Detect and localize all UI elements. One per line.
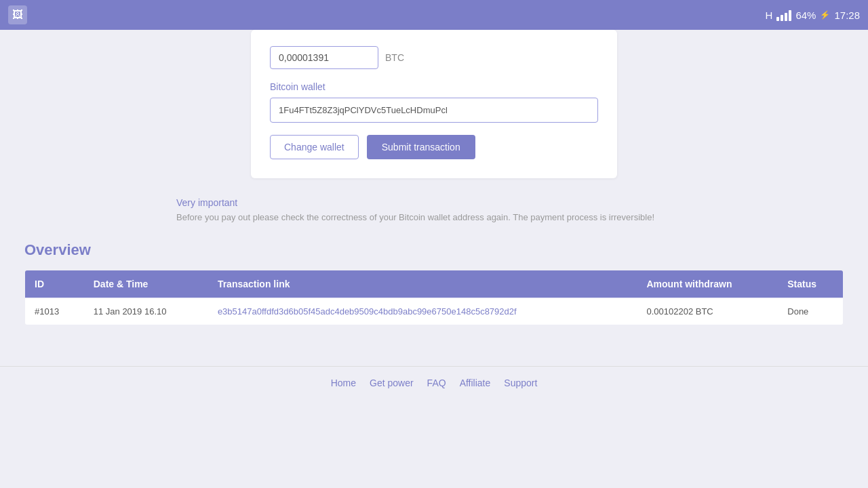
cell-id: #1013 xyxy=(25,298,84,325)
important-text: Before you pay out please check the corr… xyxy=(176,212,692,222)
signal-letter: H xyxy=(766,9,773,21)
important-title: Very important xyxy=(176,197,692,208)
footer-link[interactable]: Support xyxy=(504,378,537,388)
col-header-id: ID xyxy=(25,270,84,298)
button-row: Change wallet Submit transaction xyxy=(270,135,598,159)
amount-currency-label: BTC xyxy=(385,52,404,63)
submit-transaction-button[interactable]: Submit transaction xyxy=(367,135,475,159)
table-header-row: ID Date & Time Transaction link Amount w… xyxy=(25,270,844,298)
battery-percent: 64% xyxy=(795,9,816,21)
cell-status: Done xyxy=(778,298,843,325)
footer-link[interactable]: Affiliate xyxy=(460,378,491,388)
col-header-amount: Amount withdrawn xyxy=(637,270,778,298)
overview-section: Overview ID Date & Time Transaction link… xyxy=(0,241,868,325)
col-header-tx-link: Transaction link xyxy=(208,270,637,298)
payment-card: BTC Bitcoin wallet Change wallet Submit … xyxy=(251,30,617,178)
amount-row: BTC xyxy=(270,46,598,69)
app-icon: 🖼 xyxy=(8,5,27,24)
signal-bars-icon xyxy=(776,9,791,21)
transactions-table: ID Date & Time Transaction link Amount w… xyxy=(24,270,844,325)
clock: 17:28 xyxy=(834,9,860,21)
cell-tx-link[interactable]: e3b5147a0ffdfd3d6b05f45adc4deb9509c4bdb9… xyxy=(208,298,637,325)
important-section: Very important Before you pay out please… xyxy=(176,197,692,222)
amount-input[interactable] xyxy=(270,46,378,69)
footer-link[interactable]: Get power xyxy=(370,378,414,388)
footer: HomeGet powerFAQAffiliateSupport xyxy=(0,366,868,399)
change-wallet-button[interactable]: Change wallet xyxy=(270,135,359,159)
status-bar-right: H 64% ⚡ 17:28 xyxy=(766,9,860,21)
battery-charging-icon: ⚡ xyxy=(820,10,830,20)
footer-link[interactable]: FAQ xyxy=(427,378,446,388)
main-content: BTC Bitcoin wallet Change wallet Submit … xyxy=(0,30,868,178)
table-row: #1013 11 Jan 2019 16.10 e3b5147a0ffdfd3d… xyxy=(25,298,844,325)
cell-amount: 0.00102202 BTC xyxy=(637,298,778,325)
wallet-label: Bitcoin wallet xyxy=(270,81,598,92)
status-bar-left: 🖼 xyxy=(8,5,27,24)
wallet-address-input[interactable] xyxy=(270,98,598,123)
cell-datetime: 11 Jan 2019 16.10 xyxy=(84,298,208,325)
col-header-datetime: Date & Time xyxy=(84,270,208,298)
status-bar: 🖼 H 64% ⚡ 17:28 xyxy=(0,0,868,30)
col-header-status: Status xyxy=(778,270,843,298)
footer-link[interactable]: Home xyxy=(331,378,356,388)
overview-title: Overview xyxy=(24,241,844,259)
